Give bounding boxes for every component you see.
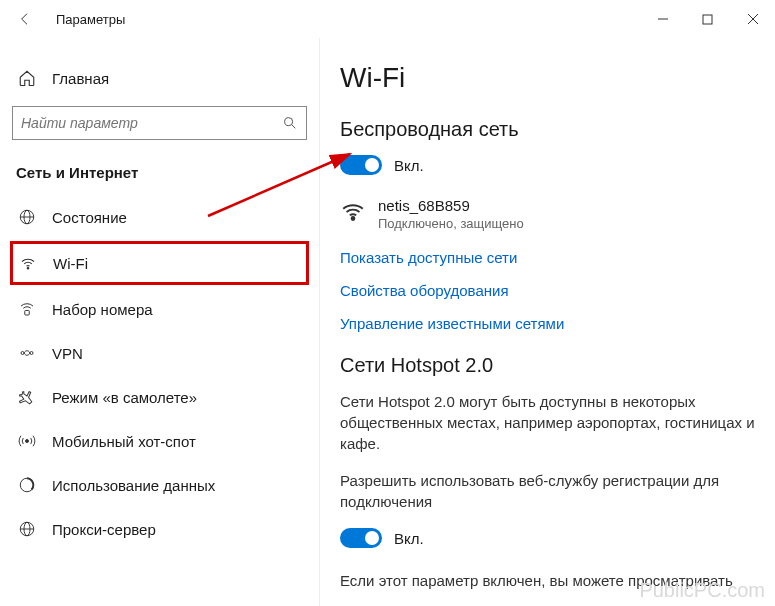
sidebar-item-hotspot[interactable]: Мобильный хот-спот	[12, 419, 307, 463]
globe-icon	[18, 208, 36, 226]
sidebar-item-label: Состояние	[52, 209, 127, 226]
search-input-container[interactable]	[12, 106, 307, 140]
link-show-networks[interactable]: Показать доступные сети	[340, 249, 755, 266]
svg-rect-10	[25, 311, 30, 316]
sidebar-item-label: VPN	[52, 345, 83, 362]
hotspot-icon	[18, 432, 36, 450]
window-title: Параметры	[56, 12, 125, 27]
hotspot-toggle-label: Вкл.	[394, 530, 424, 547]
page-title: Wi-Fi	[340, 62, 755, 94]
back-button[interactable]	[10, 4, 40, 34]
sidebar-home-label: Главная	[52, 70, 109, 87]
search-input[interactable]	[21, 115, 282, 131]
link-manage-known[interactable]: Управление известными сетями	[340, 315, 755, 332]
sidebar-item-proxy[interactable]: Прокси-сервер	[12, 507, 307, 551]
search-icon	[282, 115, 298, 131]
sidebar-item-wifi[interactable]: Wi-Fi	[10, 241, 309, 285]
sidebar-home[interactable]: Главная	[12, 58, 307, 98]
network-status: Подключено, защищено	[378, 216, 524, 231]
sidebar-item-status[interactable]: Состояние	[12, 195, 307, 239]
hotspot-header: Сети Hotspot 2.0	[340, 354, 755, 377]
dialup-icon	[18, 300, 36, 318]
sidebar-item-airplane[interactable]: Режим «в самолете»	[12, 375, 307, 419]
network-name: netis_68B859	[378, 197, 524, 214]
hotspot-registration-toggle[interactable]	[340, 528, 382, 548]
link-hardware-props[interactable]: Свойства оборудования	[340, 282, 755, 299]
sidebar-item-label: Мобильный хот-спот	[52, 433, 196, 450]
svg-rect-1	[703, 15, 712, 24]
data-usage-icon	[18, 476, 36, 494]
sidebar-item-label: Набор номера	[52, 301, 153, 318]
sidebar-item-label: Режим «в самолете»	[52, 389, 197, 406]
connected-network[interactable]: netis_68B859 Подключено, защищено	[340, 197, 755, 231]
svg-point-11	[21, 352, 24, 355]
svg-point-18	[352, 217, 355, 220]
svg-point-4	[285, 118, 293, 126]
wireless-header: Беспроводная сеть	[340, 118, 755, 141]
sidebar-item-datausage[interactable]: Использование данных	[12, 463, 307, 507]
minimize-button[interactable]	[640, 4, 685, 34]
maximize-button[interactable]	[685, 4, 730, 34]
hotspot-description: Сети Hotspot 2.0 могут быть доступны в н…	[340, 391, 755, 454]
svg-line-5	[292, 125, 295, 128]
hotspot-permission-text: Разрешить использовать веб-службу регист…	[340, 470, 755, 512]
wifi-toggle-label: Вкл.	[394, 157, 424, 174]
sidebar-item-dialup[interactable]: Набор номера	[12, 287, 307, 331]
sidebar-section-header: Сеть и Интернет	[12, 160, 307, 195]
sidebar-item-label: Использование данных	[52, 477, 215, 494]
svg-point-13	[26, 440, 29, 443]
proxy-icon	[18, 520, 36, 538]
sidebar-item-vpn[interactable]: VPN	[12, 331, 307, 375]
home-icon	[18, 69, 36, 87]
sidebar-item-label: Wi-Fi	[53, 255, 88, 272]
hotspot-footer-text: Если этот параметр включен, вы можете пр…	[340, 570, 755, 591]
sidebar-item-label: Прокси-сервер	[52, 521, 156, 538]
wifi-icon	[19, 254, 37, 272]
svg-point-9	[27, 268, 29, 270]
wifi-toggle[interactable]	[340, 155, 382, 175]
svg-point-12	[30, 352, 33, 355]
wifi-signal-icon	[340, 199, 366, 225]
close-button[interactable]	[730, 4, 775, 34]
airplane-icon	[18, 388, 36, 406]
vpn-icon	[18, 344, 36, 362]
